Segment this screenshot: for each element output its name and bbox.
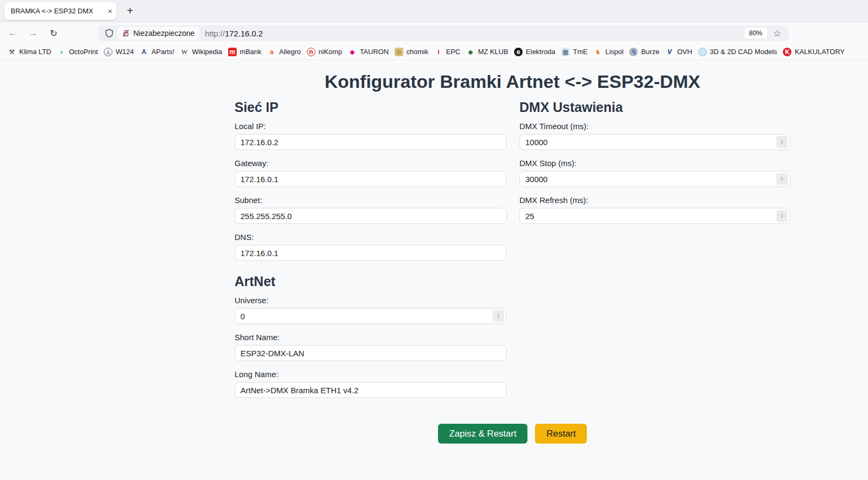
bookmark-item[interactable]: aAllegro [267, 48, 300, 56]
input-subnet[interactable] [235, 208, 507, 224]
field-label-dmx-timeout: DMX Timeout (ms): [519, 122, 790, 131]
field-label-short-name: Short Name: [235, 333, 507, 342]
tab-title: BRAMKA <-> ESP32 DMX [11, 7, 103, 15]
bookmark-label: niKomp [319, 48, 342, 56]
bookmarks-bar: ⚒Klima LTD◖OctoPrintYW124AAParts!WWikipe… [0, 44, 868, 60]
bookmark-item[interactable]: AAParts! [140, 48, 175, 56]
bookmark-item[interactable]: iEPC [434, 48, 461, 56]
elektroda-icon: e [514, 48, 523, 56]
restart-button[interactable]: Restart [535, 424, 587, 444]
section-heading-network: Sieć IP [235, 100, 507, 115]
bookmark-star-icon[interactable]: ☆ [773, 28, 781, 39]
security-label: Niezabezpieczone [133, 29, 194, 38]
bookmark-item[interactable]: eElektroda [514, 48, 555, 56]
bookmark-item[interactable]: nniKomp [307, 48, 342, 56]
field-universe: Universe:▴▾ [235, 296, 507, 324]
input-dns[interactable] [235, 245, 507, 261]
field-dns: DNS: [235, 232, 507, 261]
bookmark-item[interactable]: WWikipedia [180, 48, 222, 56]
save-restart-button[interactable]: Zapisz & Restart [438, 424, 528, 444]
kalkulatory-icon: K [783, 48, 791, 56]
chomik-hamster-icon: ☺ [395, 48, 403, 56]
bookmark-item[interactable]: ◆MZ KLUB [466, 48, 508, 56]
bookmark-label: TAURON [360, 48, 389, 56]
field-short-name: Short Name: [235, 333, 507, 361]
bookmark-label: Allegro [279, 48, 300, 56]
ovh-icon: V [665, 48, 674, 56]
cad-models-icon [698, 48, 707, 56]
address-bar[interactable]: Niezabezpieczone http://172.16.0.2 80% ☆ [98, 25, 789, 41]
site-security-chip[interactable]: Niezabezpieczone [117, 27, 199, 40]
input-short-name[interactable] [235, 345, 507, 361]
bookmark-label: MZ KLUB [478, 48, 508, 56]
bookmark-item[interactable]: ▦TmE [561, 48, 587, 56]
bookmark-item[interactable]: ♞Lispol [593, 48, 623, 56]
bookmark-item[interactable]: VOVH [665, 48, 692, 56]
field-gateway: Gateway: [235, 159, 507, 187]
octoprint-icon: ◖ [57, 48, 66, 56]
forward-icon[interactable]: → [28, 28, 39, 39]
bookmark-item[interactable]: ↯Burze [629, 48, 659, 56]
bookmark-item[interactable]: ⚒Klima LTD [7, 48, 51, 56]
bookmark-label: mBank [240, 48, 261, 56]
tme-icon: ▦ [561, 48, 570, 56]
mercedes-star-icon: Y [104, 48, 112, 56]
field-label-universe: Universe: [235, 296, 507, 305]
wikipedia-icon: W [180, 48, 189, 56]
reload-icon[interactable]: ↻ [48, 28, 59, 39]
bookmark-label: Burze [641, 48, 659, 56]
field-label-subnet: Subnet: [235, 196, 507, 205]
browser-tab[interactable]: BRAMKA <-> ESP32 DMX × [4, 2, 117, 20]
input-dmx-timeout[interactable] [519, 134, 790, 150]
field-label-dmx-stop: DMX Stop (ms): [519, 159, 790, 168]
bookmark-item[interactable]: ☺chomik [395, 48, 428, 56]
field-local-ip: Local IP: [235, 122, 507, 150]
bookmark-label: Klima LTD [19, 48, 51, 56]
new-tab-button[interactable]: + [127, 5, 133, 17]
bookmark-label: chomik [406, 48, 428, 56]
back-icon[interactable]: ← [7, 28, 18, 39]
bookmark-item[interactable]: ◆TAURON [348, 48, 389, 56]
input-long-name[interactable] [235, 382, 507, 398]
url-text: http://172.16.0.2 [205, 29, 262, 38]
section-heading-dmx: DMX Ustawienia [519, 100, 790, 115]
bookmark-label: KALKULATORY [795, 48, 844, 56]
field-long-name: Long Name: [235, 370, 507, 398]
form-column-left: Sieć IPLocal IP:Gateway:Subnet:DNS:ArtNe… [235, 100, 507, 407]
field-label-gateway: Gateway: [235, 159, 507, 168]
field-dmx-timeout: DMX Timeout (ms):▴▾ [519, 122, 790, 150]
bookmark-item[interactable]: YW124 [104, 48, 134, 56]
bookmark-item[interactable]: mmBank [228, 48, 261, 56]
section-heading-artnet: ArtNet [235, 274, 507, 289]
lispol-fox-icon: ♞ [593, 48, 602, 56]
bookmark-item[interactable]: KKALKULATORY [783, 48, 844, 56]
field-label-long-name: Long Name: [235, 370, 507, 379]
nikomp-icon: n [307, 48, 315, 56]
number-spinner-dmx-timeout[interactable]: ▴▾ [776, 136, 788, 148]
number-spinner-dmx-refresh[interactable]: ▴▾ [776, 210, 788, 222]
input-gateway[interactable] [235, 171, 507, 187]
tracking-shield-icon[interactable] [105, 29, 114, 38]
tab-close-icon[interactable]: × [108, 6, 112, 16]
bookmark-label: TmE [573, 48, 587, 56]
tauron-icon: ◆ [348, 48, 357, 56]
field-dmx-refresh: DMX Refresh (ms):▴▾ [519, 196, 790, 224]
bookmark-item[interactable]: 3D & 2D CAD Models [698, 48, 778, 56]
zoom-level-button[interactable]: 80% [745, 28, 767, 39]
bookmark-item[interactable]: ◖OctoPrint [57, 48, 98, 56]
bookmark-label: W124 [116, 48, 134, 56]
form-column-right: DMX UstawieniaDMX Timeout (ms):▴▾DMX Sto… [519, 100, 790, 407]
bookmark-label: Elektroda [526, 48, 555, 56]
field-label-dns: DNS: [235, 232, 507, 242]
input-dmx-stop[interactable] [519, 171, 790, 187]
number-spinner-universe[interactable]: ▴▾ [493, 310, 504, 322]
field-subnet: Subnet: [235, 196, 507, 224]
number-spinner-dmx-stop[interactable]: ▴▾ [776, 173, 788, 185]
input-universe[interactable] [235, 308, 507, 324]
bookmark-label: Wikipedia [192, 48, 222, 56]
page-content: Konfigurator Bramki Artnet <-> ESP32-DMX… [0, 60, 868, 444]
bookmark-label: AParts! [152, 48, 175, 56]
klima-ltd-icon: ⚒ [7, 48, 16, 56]
input-local-ip[interactable] [235, 134, 507, 150]
input-dmx-refresh[interactable] [519, 208, 790, 224]
